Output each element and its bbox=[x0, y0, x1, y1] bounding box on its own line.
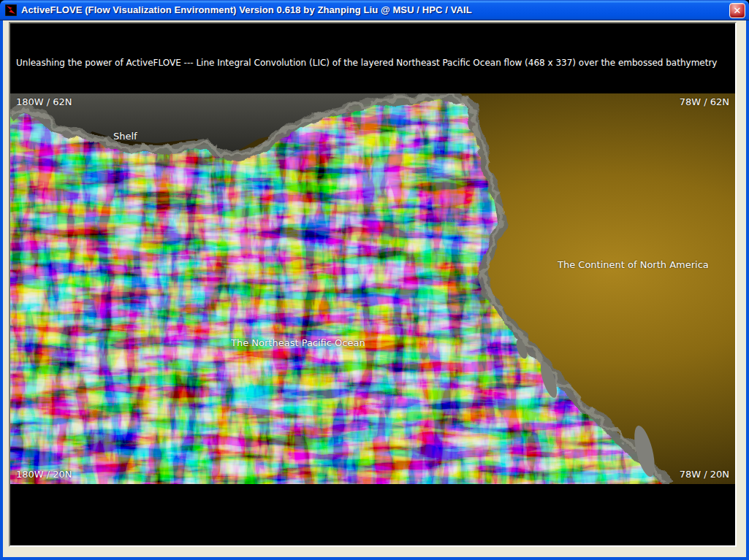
close-button[interactable]: ✕ bbox=[729, 3, 745, 18]
coord-label-bottom-left: 180W / 20N bbox=[16, 469, 72, 480]
flow-lic-rendering bbox=[10, 93, 735, 484]
close-icon: ✕ bbox=[734, 5, 742, 16]
title-bar[interactable]: ActiveFLOVE (Flow Visualization Environm… bbox=[0, 0, 749, 20]
app-icon-glyph bbox=[5, 4, 17, 16]
coord-label-bottom-right: 78W / 20N bbox=[680, 469, 729, 480]
info-line-1: Unleashing the power of ActiveFLOVE --- … bbox=[16, 57, 717, 69]
client-area: Unleashing the power of ActiveFLOVE --- … bbox=[3, 20, 746, 557]
flow-visualization[interactable]: 180W / 62N 78W / 62N 180W / 20N 78W / 20… bbox=[10, 93, 735, 484]
coord-label-top-right: 78W / 62N bbox=[680, 96, 729, 107]
region-label-ocean: The Northeast Pacific Ocean bbox=[231, 337, 365, 348]
region-label-continent: The Continent of North America bbox=[558, 259, 709, 270]
region-label-shelf: Shelf bbox=[113, 131, 137, 142]
window-title: ActiveFLOVE (Flow Visualization Environm… bbox=[21, 4, 472, 15]
coord-label-top-left: 180W / 62N bbox=[16, 96, 72, 107]
gl-canvas[interactable]: Unleashing the power of ActiveFLOVE --- … bbox=[9, 22, 737, 547]
app-window: ActiveFLOVE (Flow Visualization Environm… bbox=[0, 0, 749, 560]
app-icon[interactable] bbox=[5, 4, 17, 16]
